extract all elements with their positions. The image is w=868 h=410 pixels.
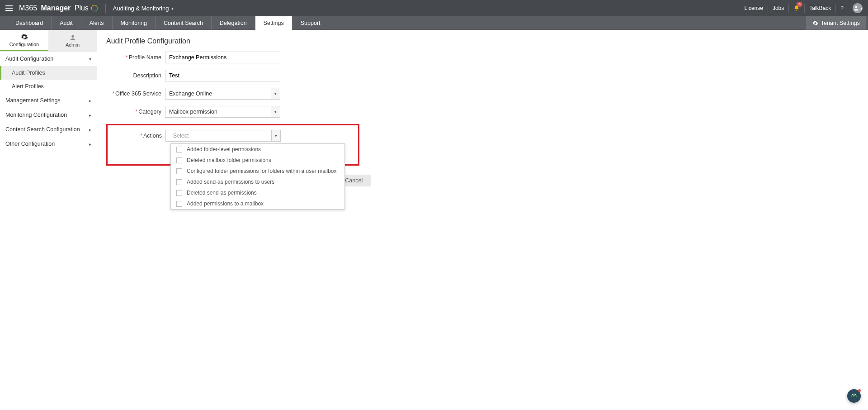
sidebar-group-monitoring[interactable]: Monitoring Configuration ▸ (0, 108, 97, 122)
side-tab-config-label: Configuration (9, 42, 39, 47)
logo-swoosh-icon (91, 5, 98, 12)
actions-value: - Select - (166, 133, 271, 139)
checkbox[interactable] (176, 147, 182, 153)
label-actions: *Actions (112, 133, 165, 139)
chevron-down-icon[interactable]: ▾ (271, 130, 280, 141)
tenant-settings-button[interactable]: Tenant Settings (806, 16, 866, 30)
checkbox[interactable] (176, 179, 182, 185)
svg-point-0 (855, 6, 857, 8)
action-option-label: Added folder-level permissions (187, 146, 261, 153)
sidebar-group-content-search[interactable]: Content Search Configuration ▸ (0, 122, 97, 137)
svg-point-2 (853, 394, 855, 396)
category-select[interactable]: Mailbox permission ▾ (165, 106, 280, 118)
main-content: Audit Profile Configuration *Profile Nam… (97, 30, 868, 410)
sidebar-group-label: Content Search Configuration (5, 126, 80, 133)
sidebar-group-label: Management Settings (5, 97, 61, 104)
actions-highlight: *Actions - Select - ▾ Added folder-level… (106, 124, 359, 166)
divider (105, 4, 106, 13)
talkback-link[interactable]: TalkBack (804, 4, 835, 13)
category-value: Mailbox permission (165, 109, 271, 115)
user-icon (853, 5, 859, 11)
checkbox[interactable] (176, 201, 182, 207)
notifications-button[interactable]: 4 (788, 4, 804, 13)
chat-fab[interactable] (847, 389, 861, 403)
sidebar-item-audit-profiles[interactable]: Audit Profiles (0, 66, 97, 80)
license-link[interactable]: License (740, 4, 768, 13)
action-option[interactable]: Added folder-level permissions (171, 144, 344, 155)
checkbox[interactable] (176, 190, 182, 196)
sidebar-item-alert-profiles[interactable]: Alert Profiles (0, 80, 97, 93)
action-option[interactable]: Deleted send-as permissions (171, 187, 344, 198)
status-dot (858, 389, 861, 392)
checkbox[interactable] (176, 168, 182, 174)
action-option[interactable]: Deleted mailbox folder permissions (171, 155, 344, 166)
jobs-link[interactable]: Jobs (768, 4, 788, 13)
chevron-right-icon: ▸ (89, 98, 91, 103)
tab-audit[interactable]: Audit (52, 16, 81, 30)
top-links: License Jobs 4 TalkBack ? (740, 4, 848, 13)
notif-badge: 4 (797, 2, 802, 7)
brand-logo[interactable]: M365 Manager Plus (19, 4, 98, 12)
sidebar-group-other[interactable]: Other Configuration ▸ (0, 137, 97, 151)
nav-bar: Dashboard Audit Alerts Monitoring Conten… (0, 16, 868, 30)
section-dropdown[interactable]: Auditing & Monitoring ▾ (113, 5, 174, 12)
checkbox[interactable] (176, 157, 182, 163)
service-select[interactable]: Exchange Online ▾ (165, 88, 280, 100)
menu-icon[interactable] (5, 5, 13, 11)
service-value: Exchange Online (165, 91, 271, 97)
label-description: Description (106, 72, 165, 79)
tab-monitoring[interactable]: Monitoring (113, 16, 156, 30)
action-option[interactable]: Added permissions to a mailbox (171, 198, 344, 209)
tab-settings[interactable]: Settings (255, 16, 292, 30)
gear-icon (21, 33, 28, 41)
label-profile-name: *Profile Name (106, 54, 165, 61)
tab-content-search[interactable]: Content Search (156, 16, 212, 30)
tab-dashboard[interactable]: Dashboard (7, 16, 52, 30)
headset-icon (850, 392, 858, 400)
brand-prefix: M365 (19, 4, 37, 12)
side-tab-configuration[interactable]: Configuration (0, 30, 48, 51)
actions-select[interactable]: - Select - ▾ (165, 130, 281, 142)
user-icon (69, 34, 76, 41)
actions-dropdown-panel[interactable]: Added folder-level permissions Deleted m… (170, 143, 345, 210)
brand-main: Manager (41, 4, 71, 12)
chevron-down-icon: ▾ (89, 57, 91, 62)
action-option[interactable]: Configured folder permissions for folder… (171, 166, 344, 176)
tab-alerts[interactable]: Alerts (81, 16, 113, 30)
sidebar-group-management[interactable]: Management Settings ▸ (0, 93, 97, 108)
tab-support[interactable]: Support (292, 16, 329, 30)
action-option-label: Configured folder permissions for folder… (187, 168, 336, 174)
chevron-right-icon: ▸ (89, 142, 91, 147)
chevron-down-icon[interactable]: ▾ (271, 106, 280, 117)
user-menu[interactable]: ▾ (853, 3, 863, 13)
action-option-label: Added permissions to a mailbox (187, 200, 264, 207)
chevron-right-icon: ▸ (89, 127, 91, 132)
action-option-label: Deleted send-as permissions (187, 190, 257, 196)
chevron-right-icon: ▸ (89, 113, 91, 118)
description-input[interactable] (165, 70, 280, 81)
help-link[interactable]: ? (835, 4, 848, 13)
chevron-down-icon: ▾ (171, 6, 174, 11)
action-option-label: Added send-as permissions to users (187, 179, 274, 185)
sidebar-group-audit-config[interactable]: Audit Configuration ▾ (0, 52, 97, 66)
label-service: *Office 365 Service (106, 91, 165, 97)
chevron-down-icon[interactable]: ▾ (271, 88, 280, 99)
tenant-settings-label: Tenant Settings (821, 20, 860, 26)
brand-suffix: Plus (75, 4, 89, 12)
side-tab-admin[interactable]: Admin (48, 30, 97, 51)
sidebar-group-label: Other Configuration (5, 141, 55, 147)
side-tab-admin-label: Admin (66, 42, 80, 48)
action-option-label: Deleted mailbox folder permissions (187, 157, 271, 163)
gear-icon (812, 20, 818, 26)
tab-delegation[interactable]: Delegation (212, 16, 255, 30)
sidebar-group-label: Monitoring Configuration (5, 112, 67, 118)
chevron-down-icon: ▾ (860, 6, 863, 11)
action-option[interactable]: Added send-as permissions to users (171, 176, 344, 187)
sidebar: Configuration Admin Audit Configuration … (0, 30, 97, 410)
label-category: *Category (106, 109, 165, 115)
svg-point-1 (71, 35, 74, 37)
topbar: M365 Manager Plus Auditing & Monitoring … (0, 0, 868, 16)
profile-name-input[interactable] (165, 52, 280, 63)
sidebar-group-label: Audit Configuration (5, 56, 53, 62)
page-title: Audit Profile Configuration (106, 37, 859, 45)
